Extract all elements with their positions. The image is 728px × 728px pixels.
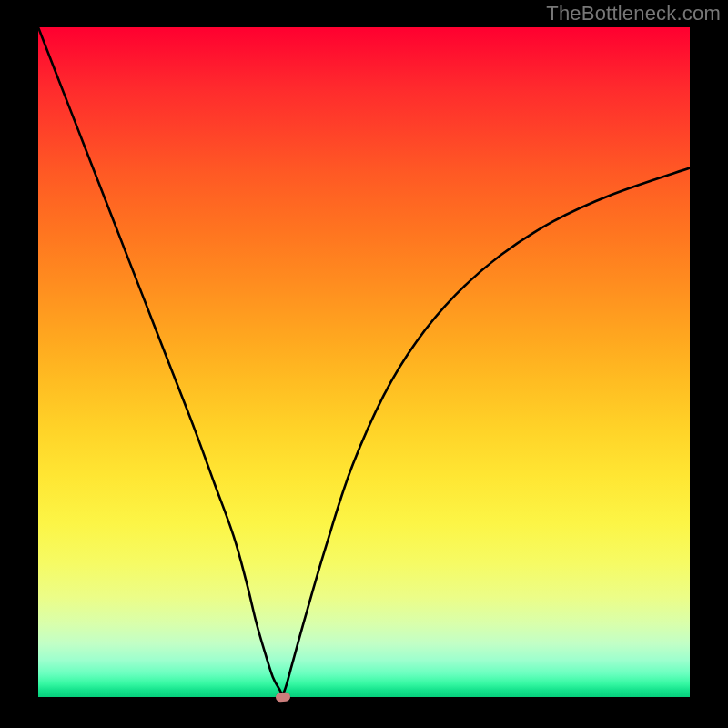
optimal-point-marker xyxy=(275,692,290,702)
bottleneck-curve xyxy=(38,27,690,697)
chart-frame: TheBottleneck.com xyxy=(0,0,728,728)
watermark-text: TheBottleneck.com xyxy=(546,2,721,25)
plot-area xyxy=(36,25,692,699)
